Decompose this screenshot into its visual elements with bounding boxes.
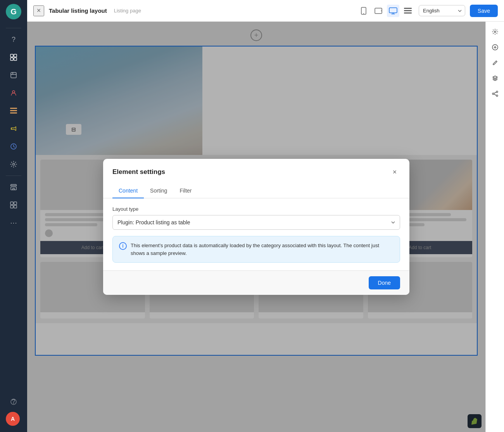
page-subtitle: Listing page [114, 8, 141, 14]
modal-header: Element settings × [103, 159, 409, 177]
sidebar-item-megaphone[interactable] [6, 121, 21, 136]
mobile-device-btn[interactable] [357, 5, 370, 17]
page-title: Tabular listing layout [49, 7, 107, 14]
tab-filter[interactable]: Filter [173, 184, 198, 198]
svg-rect-8 [10, 112, 17, 114]
modal-close-button[interactable]: × [389, 167, 400, 177]
svg-point-25 [494, 31, 496, 33]
language-select[interactable]: English [419, 5, 465, 16]
sidebar-divider-2 [6, 176, 21, 176]
close-button[interactable]: × [33, 5, 44, 16]
layout-type-select[interactable]: Plugin: Product listing as table [112, 215, 400, 230]
svg-point-29 [496, 95, 498, 96]
svg-rect-7 [10, 110, 17, 111]
svg-rect-21 [389, 8, 397, 13]
svg-point-28 [492, 93, 494, 95]
tab-content[interactable]: Content [112, 184, 144, 198]
svg-rect-23 [404, 10, 412, 11]
svg-rect-0 [10, 54, 13, 57]
svg-point-27 [496, 91, 498, 93]
left-sidebar: G ? ⋯ A [0, 0, 27, 432]
info-text: This element's product data is automatic… [131, 242, 394, 257]
svg-rect-4 [11, 72, 16, 78]
sidebar-item-store[interactable] [6, 179, 21, 195]
sidebar-divider [6, 28, 21, 28]
topbar: × Tabular listing layout Listing page En… [27, 0, 504, 22]
element-settings-modal: Element settings × Content Sorting Filte… [103, 159, 409, 295]
user-avatar[interactable]: A [6, 412, 20, 426]
sidebar-item-list[interactable] [6, 103, 21, 119]
tablet-device-btn[interactable] [372, 5, 385, 17]
svg-rect-14 [10, 205, 13, 208]
modal-body: Layout type Plugin: Product listing as t… [103, 198, 409, 270]
page-canvas[interactable]: + ⊟ [27, 22, 485, 432]
svg-rect-19 [375, 8, 382, 14]
info-icon: i [119, 242, 127, 250]
modal-footer: Done [103, 270, 409, 295]
right-settings-icon[interactable] [489, 26, 501, 38]
done-button[interactable]: Done [369, 276, 400, 289]
svg-rect-1 [14, 54, 17, 57]
svg-point-20 [381, 10, 382, 11]
desktop-device-btn[interactable] [387, 5, 399, 17]
svg-rect-15 [14, 205, 17, 208]
right-edit-icon[interactable] [489, 57, 501, 69]
svg-point-5 [12, 91, 15, 93]
list-view-btn[interactable] [402, 5, 414, 17]
info-box: i This element's product data is automat… [112, 236, 400, 263]
sidebar-item-settings[interactable] [6, 157, 21, 172]
sidebar-item-users[interactable] [6, 85, 21, 101]
right-add-icon[interactable] [489, 41, 501, 53]
device-switcher [357, 5, 414, 17]
tab-sorting[interactable]: Sorting [144, 184, 173, 198]
modal-overlay: Element settings × Content Sorting Filte… [27, 22, 485, 432]
main-content: × Tabular listing layout Listing page En… [27, 0, 504, 432]
right-share-icon[interactable] [489, 88, 501, 100]
canvas-area: + ⊟ [27, 22, 504, 432]
svg-point-18 [363, 13, 364, 14]
svg-rect-6 [10, 108, 17, 109]
svg-rect-12 [10, 202, 13, 205]
modal-title: Element settings [112, 168, 165, 176]
layout-type-label: Layout type [112, 206, 400, 212]
sidebar-item-circle[interactable] [6, 139, 21, 154]
svg-rect-24 [404, 12, 412, 14]
sidebar-item-package[interactable] [6, 67, 21, 83]
svg-rect-22 [404, 8, 412, 9]
sidebar-bottom: A [6, 393, 21, 428]
right-layers-icon[interactable] [489, 72, 501, 84]
sidebar-item-help[interactable] [6, 394, 21, 410]
modal-tabs: Content Sorting Filter [103, 184, 409, 198]
svg-rect-2 [10, 58, 13, 60]
sidebar-item-layers[interactable] [6, 50, 21, 65]
right-panel [485, 22, 504, 432]
svg-rect-3 [14, 58, 17, 60]
sidebar-item-grid[interactable] [6, 197, 21, 213]
sidebar-item-more[interactable]: ⋯ [6, 215, 21, 231]
sidebar-item-question[interactable]: ? [6, 32, 21, 47]
app-logo[interactable]: G [6, 4, 21, 19]
svg-point-10 [13, 164, 15, 165]
svg-rect-13 [14, 202, 17, 205]
save-button[interactable]: Save [470, 5, 498, 17]
